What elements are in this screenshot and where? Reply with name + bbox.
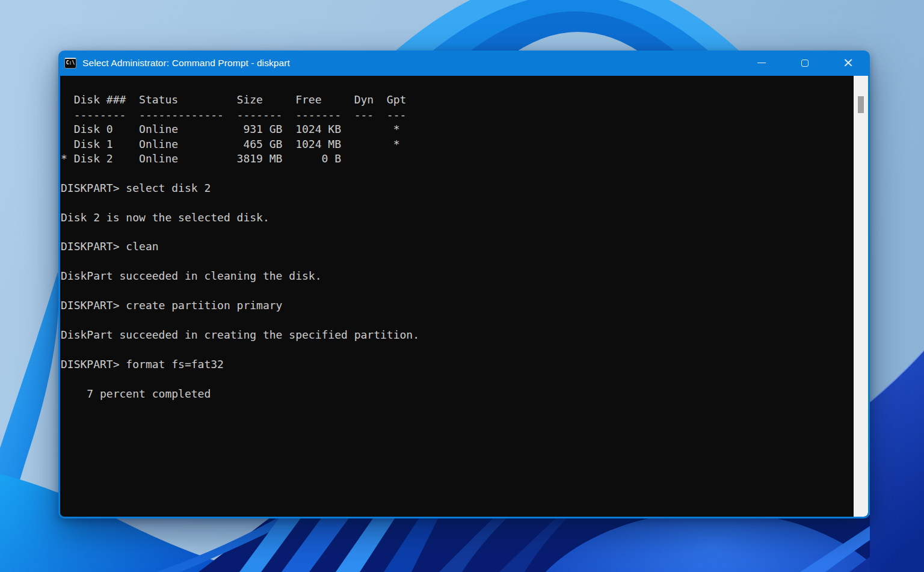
cmd-icon-text: C:\ [66, 60, 75, 66]
cmd-window: C:\ Select Administrator: Command Prompt… [58, 51, 870, 518]
scrollbar-thumb[interactable] [858, 96, 864, 113]
console-output: Disk ### Status Size Free Dyn Gpt ------… [60, 76, 854, 517]
wallpaper-bottom-band [156, 511, 924, 572]
maximize-button[interactable] [783, 51, 827, 76]
minimize-icon: — [757, 58, 766, 66]
titlebar[interactable]: C:\ Select Administrator: Command Prompt… [58, 51, 870, 76]
minimize-button[interactable]: — [740, 51, 783, 76]
scrollbar[interactable] [854, 76, 868, 517]
cmd-icon: C:\ [64, 58, 76, 69]
window-title: Select Administrator: Command Prompt - d… [82, 58, 290, 69]
close-icon: × [843, 56, 854, 69]
window-controls: — × [740, 51, 870, 76]
console-area: Disk ### Status Size Free Dyn Gpt ------… [60, 76, 868, 517]
maximize-icon [801, 60, 808, 67]
titlebar-left: C:\ Select Administrator: Command Prompt… [64, 58, 290, 69]
close-button[interactable]: × [827, 51, 870, 76]
